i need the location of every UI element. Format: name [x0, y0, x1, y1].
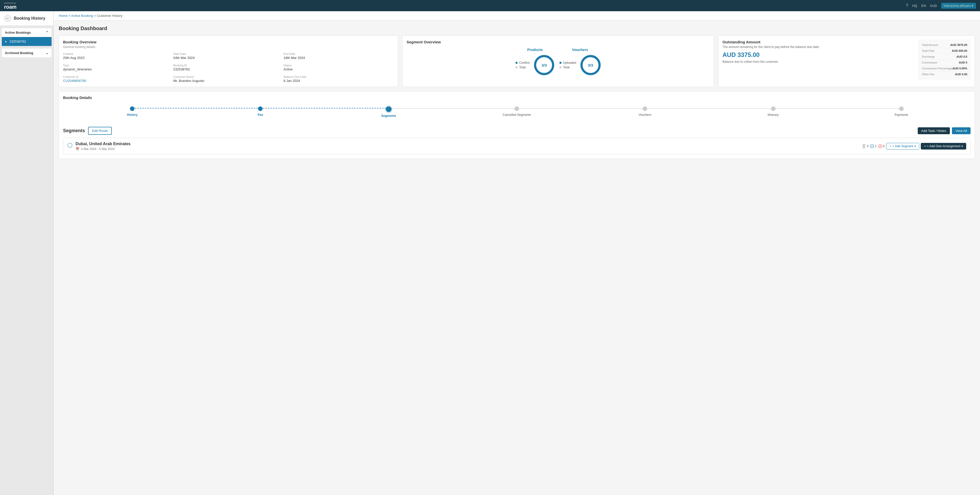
add-own-arrangement-button[interactable]: + + Add Own Arrangement ▾ [921, 143, 966, 150]
add-task-notes-button[interactable]: Add Task / Notes [918, 127, 950, 134]
location-header: ◯ Dubai, United Arab Emirates 📅 4 Mar 20… [67, 142, 966, 151]
other-fee-value: AUD 0.00 [955, 73, 967, 76]
outstanding-title: Outstanding Amount [722, 40, 915, 44]
breadcrumb-sep2: > [94, 14, 97, 18]
add-segment-button[interactable]: + + Add Segment ▾ [886, 143, 919, 150]
content-area: Booking Dashboard Booking Overview Gener… [54, 21, 980, 168]
view-all-button[interactable]: View All [952, 127, 970, 134]
breadcrumb-active-booking[interactable]: Active Booking [71, 14, 93, 18]
status-value: Active [283, 67, 394, 71]
hourglass-icon [862, 144, 866, 148]
confirm-legend-item: Confirm [515, 61, 530, 65]
products-group: Products Confirm Total [515, 48, 554, 75]
hq-label[interactable]: HQ [912, 4, 917, 8]
booking-fields: Created 25th Aug 2023 Start Date 04th Ma… [63, 52, 394, 83]
location-info: Dubai, United Arab Emirates 📅 4 Mar 2024… [76, 142, 130, 151]
vouchers-legend: Uploaded Total [559, 61, 576, 69]
location-date-value: 4 Mar 2024 - 5 Mar 2024 [81, 147, 115, 151]
archived-booking-header[interactable]: Archived Booking ⌄ [2, 48, 52, 57]
surcharge-value: AUD 0.0 [956, 55, 967, 58]
outstanding-balance-desc: Balance due to collect from the customer [722, 60, 915, 64]
booking-overview-card: Booking Overview General booking details… [59, 35, 398, 87]
booking-item-chevron-icon: ► [5, 40, 7, 43]
step-label-itinerary: Itinerary [768, 113, 779, 116]
commission-pct-row: Commission Percentage AUD 0.00% [922, 65, 967, 72]
edit-route-button[interactable]: Edit Route [88, 127, 112, 135]
total-legend-item: Total [515, 65, 530, 69]
segments-action-buttons: Add Task / Notes View All [918, 127, 970, 134]
customer-id-label: Customer Id [63, 75, 173, 78]
step-label-segments: Segments [381, 114, 396, 118]
step-pax[interactable]: Pax [196, 107, 325, 116]
lang-label[interactable]: EN [921, 4, 926, 8]
vouchers-donut-chart: 3/3 [580, 55, 601, 75]
booking-id-field: Booking ID 232538762 [173, 64, 283, 71]
top-navigation: powered by roam ? HQ EN AUD Interactive.… [0, 0, 980, 11]
check-badge: 1 [870, 144, 877, 148]
segment-overview-card: Segment Overview Products Confirm [402, 35, 714, 87]
type-field: Type dynamic_itineraries [63, 64, 173, 71]
step-vouchers[interactable]: Vouchers [581, 107, 709, 116]
step-segments[interactable]: Segments [325, 107, 453, 118]
hourglass-count: 0 [867, 145, 869, 148]
active-bookings-section: Active Bookings ⌃ ► 232538762 [2, 28, 52, 46]
outstanding-amount-card: Outstanding Amount The amount remaining … [718, 35, 975, 87]
other-fee-row: Other Fee AUD 0.00 [922, 72, 967, 77]
vouchers-label: Vouchers [572, 48, 588, 52]
step-label-pax: Pax [258, 113, 263, 116]
total-paid-row: Total Paid AUD 600.00 [922, 48, 967, 54]
active-bookings-header[interactable]: Active Bookings ⌃ [2, 28, 52, 37]
outstanding-description: The amount remaining for the client to p… [722, 45, 915, 49]
booking-overview-subtitle: General booking details. [63, 45, 394, 49]
created-label: Created [63, 52, 173, 56]
customer-name-label: Customer Name [173, 75, 283, 78]
location-pin-icon: ◯ [67, 142, 73, 148]
end-date-field: End Date 18th Mar 2024 [283, 52, 394, 60]
step-payments[interactable]: Payments [837, 107, 966, 116]
customer-id-field: Customer Id CU2048856780 [63, 75, 173, 83]
hourglass-badge: 0 [862, 144, 869, 148]
top-nav-right: ? HQ EN AUD Interactive.eRoam ▾ [906, 3, 976, 9]
customer-name-value: Mr. Brandon Augusto [173, 79, 283, 83]
active-booking-id: 232538762 [10, 40, 26, 43]
sidebar-title: Booking History [14, 16, 45, 21]
commission-pct-value: AUD 0.00% [953, 67, 967, 70]
user-menu-button[interactable]: Interactive.eRoam ▾ [941, 3, 976, 9]
brand-name: roam [4, 4, 17, 10]
step-cancelled[interactable]: Cancelled Segments [453, 107, 581, 116]
booking-id-label: Booking ID [173, 64, 283, 67]
back-button[interactable]: ← [4, 15, 11, 22]
customer-id-value[interactable]: CU2048856780 [63, 79, 173, 83]
booking-details-title: Booking Details [63, 95, 970, 100]
vouchers-total-dot [559, 66, 562, 68]
archived-booking-section: Archived Booking ⌄ [2, 48, 52, 58]
add-arrangement-chevron-icon: ▾ [961, 145, 963, 148]
step-itinerary[interactable]: Itinerary [709, 107, 837, 116]
breadcrumb: Home > Active Booking > Customer History [54, 11, 980, 21]
step-dot-segments [386, 107, 391, 112]
add-arrangement-icon: + [924, 145, 926, 148]
add-segment-icon: + [889, 145, 891, 148]
check-circle-icon [870, 144, 874, 148]
active-bookings-label: Active Bookings [5, 30, 31, 35]
x-count: 0 [883, 145, 885, 148]
step-history[interactable]: History [68, 107, 196, 116]
segments-section: Segments Edit Route Add Task / Notes Vie… [63, 127, 970, 154]
page-title: Booking Dashboard [59, 25, 975, 31]
dashboard-cards-row: Booking Overview General booking details… [59, 35, 975, 87]
breadcrumb-home[interactable]: Home [59, 14, 68, 18]
customer-name-field: Customer Name Mr. Brandon Augusto [173, 75, 283, 83]
products-legend: Confirm Total [515, 61, 530, 69]
step-dot-vouchers [643, 107, 647, 111]
location-dates: 📅 4 Mar 2024 - 5 Mar 2024 [76, 147, 130, 151]
active-booking-item[interactable]: ► 232538762 [2, 37, 52, 46]
vouchers-fraction: 3/3 [588, 63, 593, 67]
products-donut-chart: 3/3 [534, 55, 554, 75]
currency-label[interactable]: AUD [930, 4, 937, 8]
check-count: 1 [875, 145, 877, 148]
help-icon[interactable]: ? [906, 3, 908, 8]
total-legend-label: Total [519, 65, 525, 69]
booking-id-value: 232538762 [173, 67, 283, 71]
balance-due-value: 8 Jan 2024 [283, 79, 394, 83]
archived-booking-label: Archived Booking [5, 51, 33, 55]
